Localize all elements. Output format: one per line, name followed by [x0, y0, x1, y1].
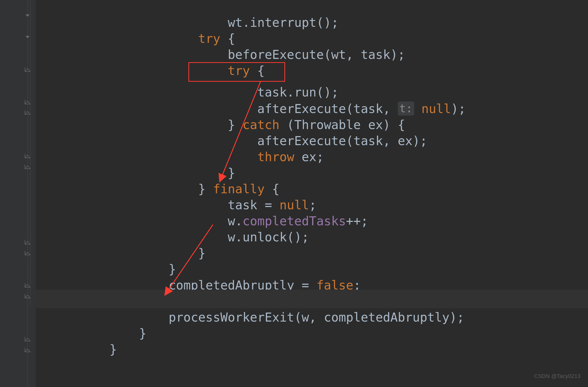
code-line[interactable]: w.unlock();	[36, 210, 309, 228]
fold-end-icon[interactable]	[24, 282, 31, 289]
fold-end-icon[interactable]	[24, 250, 31, 257]
code-line[interactable]: afterExecute(task, t: null);	[36, 81, 466, 100]
code-line-highlighted[interactable]: processWorkerExit(w, completedAbruptly);	[36, 290, 588, 308]
code-line[interactable]: task = null;	[36, 177, 316, 196]
code-line[interactable]: } catch (Throwable ex) {	[36, 97, 405, 116]
fold-end-icon[interactable]	[24, 163, 31, 170]
code-editor[interactable]: wt.interrupt(); try { beforeExecute(wt, …	[0, 0, 588, 387]
code-line[interactable]: w.completedTasks++;	[36, 194, 368, 212]
fold-start-icon[interactable]	[24, 12, 31, 19]
fold-end-icon[interactable]	[24, 153, 31, 160]
watermark: CSDN @Tacy0213	[534, 373, 580, 379]
gutter	[0, 0, 36, 387]
code-area[interactable]: wt.interrupt(); try { beforeExecute(wt, …	[36, 0, 588, 387]
code-line[interactable]: }	[36, 322, 117, 340]
code-line[interactable]: }	[36, 242, 176, 260]
code-line[interactable]: } finally {	[36, 274, 220, 292]
fold-end-icon[interactable]	[24, 99, 31, 106]
fold-end-icon[interactable]	[24, 109, 31, 116]
code-line[interactable]: completedAbruptly = false;	[36, 258, 361, 276]
fold-start-icon[interactable]	[24, 34, 31, 41]
code-line[interactable]: }	[36, 226, 206, 244]
code-line[interactable]: throw ex;	[36, 129, 324, 148]
code-line[interactable]: try {	[36, 43, 265, 62]
code-line[interactable]: }	[36, 145, 235, 164]
code-line[interactable]: task.run();	[36, 65, 339, 83]
fold-end-icon[interactable]	[24, 347, 31, 354]
fold-end-icon[interactable]	[24, 66, 31, 73]
code-line[interactable]: beforeExecute(wt, task);	[36, 27, 405, 46]
fold-end-icon[interactable]	[24, 239, 31, 246]
code-line[interactable]: }	[36, 306, 147, 324]
fold-end-icon[interactable]	[24, 336, 31, 343]
fold-end-icon[interactable]	[24, 293, 31, 300]
code-line[interactable]: } finally {	[36, 161, 280, 180]
code-line[interactable]: afterExecute(task, ex);	[36, 113, 427, 132]
code-line[interactable]: try {	[36, 11, 235, 30]
